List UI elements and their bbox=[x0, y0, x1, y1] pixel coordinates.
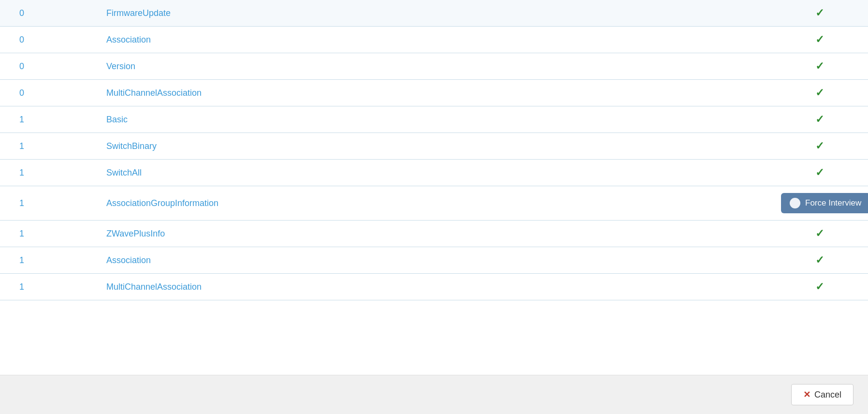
table-row: 1SwitchBinary✓ bbox=[0, 133, 868, 160]
endpoint-cell: 1 bbox=[0, 247, 97, 274]
table-row: 0MultiChannelAssociation✓ bbox=[0, 80, 868, 106]
status-cell: ✓ bbox=[771, 160, 868, 186]
check-icon: ✓ bbox=[815, 33, 824, 45]
status-cell: ✓ bbox=[771, 0, 868, 27]
table-row: 1ZWavePlusInfo✓ bbox=[0, 221, 868, 247]
command-class-name-cell: SwitchBinary bbox=[97, 133, 771, 160]
force-interview-button[interactable]: Force Interview bbox=[781, 193, 868, 213]
table-row: 1Association✓ bbox=[0, 247, 868, 274]
status-cell: ✓ bbox=[771, 247, 868, 274]
check-icon: ✓ bbox=[815, 166, 824, 178]
check-icon: ✓ bbox=[815, 113, 824, 125]
table-row: 1AssociationGroupInformationForce Interv… bbox=[0, 186, 868, 221]
check-icon: ✓ bbox=[815, 60, 824, 72]
check-icon: ✓ bbox=[815, 227, 824, 239]
force-interview-label: Force Interview bbox=[805, 198, 861, 208]
status-cell: ✓ bbox=[771, 133, 868, 160]
table-container[interactable]: 0FirmwareUpdate✓0Association✓0Version✓0M… bbox=[0, 0, 868, 375]
status-cell: ✓ bbox=[771, 106, 868, 133]
table-row: 1SwitchAll✓ bbox=[0, 160, 868, 186]
endpoint-cell: 0 bbox=[0, 80, 97, 106]
command-class-name-cell: AssociationGroupInformation bbox=[97, 186, 771, 221]
endpoint-cell: 1 bbox=[0, 160, 97, 186]
check-icon: ✓ bbox=[815, 87, 824, 99]
endpoint-cell: 0 bbox=[0, 53, 97, 80]
command-class-name-cell: Basic bbox=[97, 106, 771, 133]
status-cell: ✓ bbox=[771, 53, 868, 80]
endpoint-cell: 1 bbox=[0, 133, 97, 160]
status-cell: ✓ bbox=[771, 80, 868, 106]
endpoint-cell: 0 bbox=[0, 0, 97, 27]
table-row: 0FirmwareUpdate✓ bbox=[0, 0, 868, 27]
command-class-name-cell: MultiChannelAssociation bbox=[97, 80, 771, 106]
toggle-circle-icon bbox=[790, 198, 800, 208]
status-cell: ✓ bbox=[771, 27, 868, 53]
footer-bar: ✕ Cancel bbox=[0, 375, 868, 414]
command-class-table: 0FirmwareUpdate✓0Association✓0Version✓0M… bbox=[0, 0, 868, 300]
table-row: 0Association✓ bbox=[0, 27, 868, 53]
status-cell: ✓ bbox=[771, 274, 868, 300]
check-icon: ✓ bbox=[815, 281, 824, 293]
cancel-button[interactable]: ✕ Cancel bbox=[791, 384, 854, 405]
check-icon: ✓ bbox=[815, 7, 824, 19]
cancel-icon: ✕ bbox=[803, 389, 810, 400]
check-icon: ✓ bbox=[815, 140, 824, 152]
table-row: 1Basic✓ bbox=[0, 106, 868, 133]
command-class-name-cell: MultiChannelAssociation bbox=[97, 274, 771, 300]
table-row: 1MultiChannelAssociation✓ bbox=[0, 274, 868, 300]
endpoint-cell: 1 bbox=[0, 221, 97, 247]
command-class-name-cell: Association bbox=[97, 27, 771, 53]
status-cell: ✓ bbox=[771, 221, 868, 247]
command-class-name-cell: ZWavePlusInfo bbox=[97, 221, 771, 247]
status-cell: Force Interview bbox=[771, 186, 868, 221]
endpoint-cell: 1 bbox=[0, 106, 97, 133]
command-class-name-cell: FirmwareUpdate bbox=[97, 0, 771, 27]
endpoint-cell: 0 bbox=[0, 27, 97, 53]
command-class-name-cell: Version bbox=[97, 53, 771, 80]
cancel-label: Cancel bbox=[814, 390, 841, 400]
command-class-name-cell: SwitchAll bbox=[97, 160, 771, 186]
endpoint-cell: 1 bbox=[0, 274, 97, 300]
main-content: 0FirmwareUpdate✓0Association✓0Version✓0M… bbox=[0, 0, 868, 414]
command-class-name-cell: Association bbox=[97, 247, 771, 274]
table-row: 0Version✓ bbox=[0, 53, 868, 80]
endpoint-cell: 1 bbox=[0, 186, 97, 221]
check-icon: ✓ bbox=[815, 254, 824, 266]
